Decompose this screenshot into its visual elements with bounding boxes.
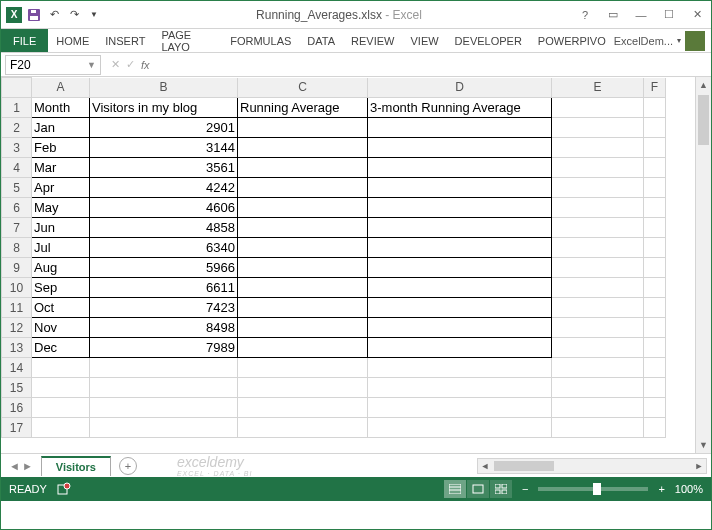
cell-C3[interactable] [238,138,368,158]
col-header-B[interactable]: B [90,78,238,98]
cell-A4[interactable]: Mar [32,158,90,178]
cell-E1[interactable] [552,98,644,118]
cell-F3[interactable] [644,138,666,158]
cell-F12[interactable] [644,318,666,338]
cell-E17[interactable] [552,418,644,438]
tab-file[interactable]: FILE [1,29,48,52]
cell-D12[interactable] [368,318,552,338]
maximize-icon[interactable]: ☐ [655,3,683,27]
minimize-icon[interactable]: — [627,3,655,27]
cell-D9[interactable] [368,258,552,278]
cell-F1[interactable] [644,98,666,118]
cell-A5[interactable]: Apr [32,178,90,198]
cell-A12[interactable]: Nov [32,318,90,338]
cell-C13[interactable] [238,338,368,358]
cell-C5[interactable] [238,178,368,198]
cell-C4[interactable] [238,158,368,178]
cell-E7[interactable] [552,218,644,238]
col-header-E[interactable]: E [552,78,644,98]
cell-B1[interactable]: Visitors in my blog [90,98,238,118]
cell-E8[interactable] [552,238,644,258]
cell-D4[interactable] [368,158,552,178]
name-box[interactable]: F20 ▼ [5,55,101,75]
zoom-thumb[interactable] [593,483,601,495]
cell-E13[interactable] [552,338,644,358]
row-header[interactable]: 12 [2,318,32,338]
cell-B4[interactable]: 3561 [90,158,238,178]
cell-A8[interactable]: Jul [32,238,90,258]
sheet-tab-active[interactable]: Visitors [41,456,111,476]
cell-D3[interactable] [368,138,552,158]
cell-F4[interactable] [644,158,666,178]
zoom-slider[interactable] [538,487,648,491]
cell-C1[interactable]: Running Average [238,98,368,118]
cell-C17[interactable] [238,418,368,438]
cell-F7[interactable] [644,218,666,238]
cell-B16[interactable] [90,398,238,418]
cell-D5[interactable] [368,178,552,198]
horizontal-scrollbar[interactable]: ◄ ► [477,458,707,474]
scroll-right-icon[interactable]: ► [692,459,706,473]
row-header[interactable]: 5 [2,178,32,198]
cell-B11[interactable]: 7423 [90,298,238,318]
redo-icon[interactable]: ↷ [65,6,83,24]
cell-C15[interactable] [238,378,368,398]
cell-A10[interactable]: Sep [32,278,90,298]
page-layout-view-icon[interactable] [467,480,489,498]
row-header[interactable]: 9 [2,258,32,278]
cell-C11[interactable] [238,298,368,318]
sheet-next-icon[interactable]: ► [22,460,33,472]
cell-B7[interactable]: 4858 [90,218,238,238]
row-header[interactable]: 11 [2,298,32,318]
cell-B6[interactable]: 4606 [90,198,238,218]
cell-D6[interactable] [368,198,552,218]
cell-B15[interactable] [90,378,238,398]
cell-F8[interactable] [644,238,666,258]
cell-D14[interactable] [368,358,552,378]
row-header[interactable]: 17 [2,418,32,438]
row-header[interactable]: 3 [2,138,32,158]
cell-C8[interactable] [238,238,368,258]
tab-page layo[interactable]: PAGE LAYO [153,29,222,52]
save-icon[interactable] [25,6,43,24]
tab-view[interactable]: VIEW [402,29,446,52]
cell-C6[interactable] [238,198,368,218]
cell-A2[interactable]: Jan [32,118,90,138]
cell-A1[interactable]: Month [32,98,90,118]
cell-A7[interactable]: Jun [32,218,90,238]
row-header[interactable]: 16 [2,398,32,418]
row-header[interactable]: 15 [2,378,32,398]
row-header[interactable]: 7 [2,218,32,238]
excel-app-icon[interactable]: X [5,6,23,24]
cell-E15[interactable] [552,378,644,398]
cell-C16[interactable] [238,398,368,418]
cell-D8[interactable] [368,238,552,258]
add-sheet-icon[interactable]: + [119,457,137,475]
cell-E12[interactable] [552,318,644,338]
cell-F11[interactable] [644,298,666,318]
cell-F6[interactable] [644,198,666,218]
cell-C2[interactable] [238,118,368,138]
cell-C12[interactable] [238,318,368,338]
sheet-prev-icon[interactable]: ◄ [9,460,20,472]
cell-F2[interactable] [644,118,666,138]
cell-E9[interactable] [552,258,644,278]
page-break-view-icon[interactable] [490,480,512,498]
normal-view-icon[interactable] [444,480,466,498]
tab-insert[interactable]: INSERT [97,29,153,52]
close-icon[interactable]: ✕ [683,3,711,27]
col-header-D[interactable]: D [368,78,552,98]
cell-D10[interactable] [368,278,552,298]
select-all-corner[interactable] [2,78,32,98]
cell-A17[interactable] [32,418,90,438]
cell-E3[interactable] [552,138,644,158]
cell-D13[interactable] [368,338,552,358]
cell-E11[interactable] [552,298,644,318]
row-header[interactable]: 1 [2,98,32,118]
cell-B8[interactable]: 6340 [90,238,238,258]
cell-B2[interactable]: 2901 [90,118,238,138]
cell-E6[interactable] [552,198,644,218]
zoom-out-icon[interactable]: − [522,483,528,495]
col-header-C[interactable]: C [238,78,368,98]
cell-B13[interactable]: 7989 [90,338,238,358]
